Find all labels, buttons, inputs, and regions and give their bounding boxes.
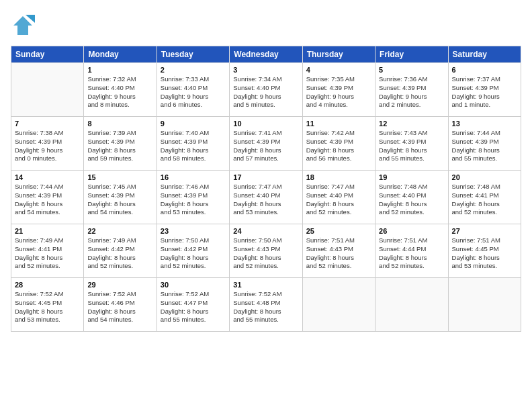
logo-icon (11, 13, 35, 38)
calendar-cell: 5Sunrise: 7:36 AM Sunset: 4:39 PM Daylig… (375, 63, 448, 117)
day-info: Sunrise: 7:49 AM Sunset: 4:42 PM Dayligh… (87, 236, 152, 271)
day-number: 22 (87, 227, 152, 235)
column-header-friday: Friday (375, 46, 448, 63)
calendar-cell: 25Sunrise: 7:51 AM Sunset: 4:43 PM Dayli… (302, 224, 375, 278)
calendar-cell: 30Sunrise: 7:52 AM Sunset: 4:47 PM Dayli… (157, 278, 229, 332)
day-number: 5 (379, 66, 444, 74)
day-number: 13 (452, 120, 517, 128)
day-info: Sunrise: 7:38 AM Sunset: 4:39 PM Dayligh… (15, 129, 80, 163)
calendar-cell: 7Sunrise: 7:38 AM Sunset: 4:39 PM Daylig… (11, 117, 84, 171)
calendar-cell: 9Sunrise: 7:40 AM Sunset: 4:39 PM Daylig… (157, 117, 229, 171)
calendar-cell: 22Sunrise: 7:49 AM Sunset: 4:42 PM Dayli… (84, 224, 157, 278)
calendar-cell: 8Sunrise: 7:39 AM Sunset: 4:39 PM Daylig… (84, 117, 157, 171)
day-info: Sunrise: 7:51 AM Sunset: 4:44 PM Dayligh… (379, 236, 444, 271)
day-number: 11 (306, 120, 371, 128)
calendar-cell (11, 63, 84, 117)
calendar-cell: 18Sunrise: 7:47 AM Sunset: 4:40 PM Dayli… (302, 171, 375, 224)
day-info: Sunrise: 7:39 AM Sunset: 4:39 PM Dayligh… (87, 129, 152, 163)
day-info: Sunrise: 7:32 AM Sunset: 4:40 PM Dayligh… (87, 75, 152, 109)
calendar-cell: 28Sunrise: 7:52 AM Sunset: 4:45 PM Dayli… (11, 278, 84, 332)
column-header-monday: Monday (84, 46, 157, 63)
column-header-saturday: Saturday (448, 46, 521, 63)
day-info: Sunrise: 7:36 AM Sunset: 4:39 PM Dayligh… (379, 75, 444, 109)
day-info: Sunrise: 7:50 AM Sunset: 4:43 PM Dayligh… (233, 236, 298, 271)
day-number: 17 (233, 173, 298, 181)
day-info: Sunrise: 7:51 AM Sunset: 4:43 PM Dayligh… (306, 236, 371, 271)
calendar-cell: 26Sunrise: 7:51 AM Sunset: 4:44 PM Dayli… (375, 224, 448, 278)
day-number: 15 (87, 173, 152, 181)
calendar-cell (302, 278, 375, 332)
day-number: 14 (15, 173, 80, 181)
column-header-wednesday: Wednesday (230, 46, 302, 63)
day-number: 1 (87, 66, 152, 74)
calendar-cell: 2Sunrise: 7:33 AM Sunset: 4:40 PM Daylig… (157, 63, 229, 117)
day-number: 19 (379, 173, 444, 181)
logo (11, 13, 36, 40)
day-info: Sunrise: 7:48 AM Sunset: 4:41 PM Dayligh… (452, 183, 517, 217)
calendar-cell: 1Sunrise: 7:32 AM Sunset: 4:40 PM Daylig… (84, 63, 157, 117)
calendar-cell: 14Sunrise: 7:44 AM Sunset: 4:39 PM Dayli… (11, 171, 84, 224)
day-number: 4 (306, 66, 371, 74)
day-info: Sunrise: 7:48 AM Sunset: 4:40 PM Dayligh… (379, 183, 444, 217)
day-info: Sunrise: 7:44 AM Sunset: 4:39 PM Dayligh… (452, 129, 517, 163)
day-number: 20 (452, 173, 517, 181)
calendar-cell: 29Sunrise: 7:52 AM Sunset: 4:46 PM Dayli… (84, 278, 157, 332)
day-info: Sunrise: 7:52 AM Sunset: 4:48 PM Dayligh… (233, 290, 298, 324)
day-number: 2 (161, 66, 226, 74)
column-header-sunday: Sunday (11, 46, 84, 63)
calendar-cell: 17Sunrise: 7:47 AM Sunset: 4:40 PM Dayli… (230, 171, 302, 224)
day-number: 9 (161, 120, 226, 128)
calendar-cell: 15Sunrise: 7:45 AM Sunset: 4:39 PM Dayli… (84, 171, 157, 224)
day-number: 21 (15, 227, 80, 235)
day-info: Sunrise: 7:40 AM Sunset: 4:39 PM Dayligh… (161, 129, 226, 163)
calendar-cell: 4Sunrise: 7:35 AM Sunset: 4:39 PM Daylig… (302, 63, 375, 117)
calendar-cell: 21Sunrise: 7:49 AM Sunset: 4:41 PM Dayli… (11, 224, 84, 278)
calendar-cell: 24Sunrise: 7:50 AM Sunset: 4:43 PM Dayli… (230, 224, 302, 278)
day-number: 30 (161, 281, 226, 289)
day-number: 25 (306, 227, 371, 235)
column-header-thursday: Thursday (302, 46, 375, 63)
day-number: 27 (452, 227, 517, 235)
day-number: 12 (379, 120, 444, 128)
day-info: Sunrise: 7:52 AM Sunset: 4:46 PM Dayligh… (87, 290, 152, 324)
column-header-tuesday: Tuesday (157, 46, 229, 63)
day-number: 31 (233, 281, 298, 289)
day-info: Sunrise: 7:47 AM Sunset: 4:40 PM Dayligh… (233, 183, 298, 217)
day-number: 28 (15, 281, 80, 289)
day-info: Sunrise: 7:46 AM Sunset: 4:39 PM Dayligh… (161, 183, 226, 217)
day-info: Sunrise: 7:51 AM Sunset: 4:45 PM Dayligh… (452, 236, 517, 271)
day-number: 3 (233, 66, 298, 74)
day-number: 10 (233, 120, 298, 128)
calendar-cell: 16Sunrise: 7:46 AM Sunset: 4:39 PM Dayli… (157, 171, 229, 224)
day-info: Sunrise: 7:49 AM Sunset: 4:41 PM Dayligh… (15, 236, 80, 271)
calendar-cell: 19Sunrise: 7:48 AM Sunset: 4:40 PM Dayli… (375, 171, 448, 224)
day-info: Sunrise: 7:34 AM Sunset: 4:40 PM Dayligh… (233, 75, 298, 109)
day-number: 29 (87, 281, 152, 289)
calendar-cell: 23Sunrise: 7:50 AM Sunset: 4:42 PM Dayli… (157, 224, 229, 278)
calendar-cell: 20Sunrise: 7:48 AM Sunset: 4:41 PM Dayli… (448, 171, 521, 224)
day-info: Sunrise: 7:41 AM Sunset: 4:39 PM Dayligh… (233, 129, 298, 163)
day-info: Sunrise: 7:43 AM Sunset: 4:39 PM Dayligh… (379, 129, 444, 163)
day-info: Sunrise: 7:52 AM Sunset: 4:47 PM Dayligh… (161, 290, 226, 324)
day-number: 7 (15, 120, 80, 128)
calendar-cell: 27Sunrise: 7:51 AM Sunset: 4:45 PM Dayli… (448, 224, 521, 278)
day-number: 24 (233, 227, 298, 235)
calendar-table: SundayMondayTuesdayWednesdayThursdayFrid… (11, 46, 521, 332)
calendar-cell: 6Sunrise: 7:37 AM Sunset: 4:39 PM Daylig… (448, 63, 521, 117)
calendar-cell: 31Sunrise: 7:52 AM Sunset: 4:48 PM Dayli… (230, 278, 302, 332)
day-info: Sunrise: 7:42 AM Sunset: 4:39 PM Dayligh… (306, 129, 371, 163)
calendar-cell (448, 278, 521, 332)
day-info: Sunrise: 7:44 AM Sunset: 4:39 PM Dayligh… (15, 183, 80, 217)
day-info: Sunrise: 7:52 AM Sunset: 4:45 PM Dayligh… (15, 290, 80, 324)
day-number: 6 (452, 66, 517, 74)
day-number: 26 (379, 227, 444, 235)
day-number: 23 (161, 227, 226, 235)
calendar-cell: 3Sunrise: 7:34 AM Sunset: 4:40 PM Daylig… (230, 63, 302, 117)
day-info: Sunrise: 7:33 AM Sunset: 4:40 PM Dayligh… (161, 75, 226, 109)
day-number: 8 (87, 120, 152, 128)
day-info: Sunrise: 7:47 AM Sunset: 4:40 PM Dayligh… (306, 183, 371, 217)
day-info: Sunrise: 7:37 AM Sunset: 4:39 PM Dayligh… (452, 75, 517, 109)
day-number: 16 (161, 173, 226, 181)
calendar-cell: 10Sunrise: 7:41 AM Sunset: 4:39 PM Dayli… (230, 117, 302, 171)
day-info: Sunrise: 7:35 AM Sunset: 4:39 PM Dayligh… (306, 75, 371, 109)
